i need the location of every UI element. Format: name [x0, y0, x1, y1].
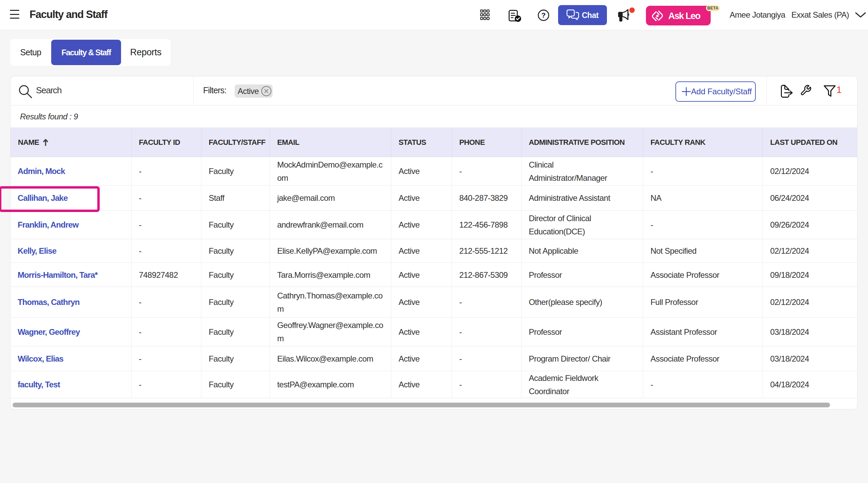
svg-text:?: ? [541, 11, 546, 19]
